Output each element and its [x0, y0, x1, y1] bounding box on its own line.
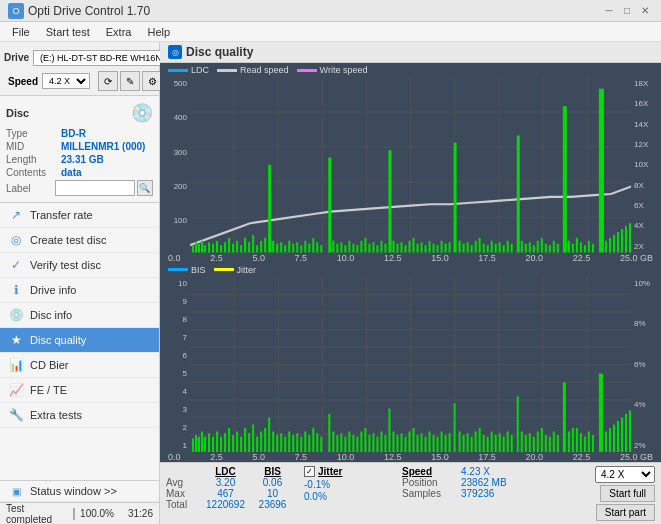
- refresh-button[interactable]: ⟳: [98, 71, 118, 91]
- sidebar-item-disc-quality[interactable]: ★ Disc quality: [0, 328, 159, 353]
- disc-label-btn[interactable]: 🔍: [137, 180, 153, 196]
- speed-select[interactable]: 4.2 X: [42, 73, 90, 89]
- total-label: Total: [166, 499, 201, 510]
- position-label: Position: [402, 477, 457, 488]
- svg-rect-34: [272, 241, 274, 253]
- close-button[interactable]: ✕: [637, 3, 653, 19]
- transfer-rate-label: Transfer rate: [30, 209, 93, 221]
- stats-main-row: LDC BIS Avg 3.20 0.06 Max 467 10 Total 1…: [166, 466, 655, 521]
- svg-rect-239: [609, 427, 611, 452]
- svg-rect-150: [236, 431, 238, 452]
- read-legend-color: [217, 69, 237, 72]
- progress-bar-container: [73, 508, 75, 520]
- jitter-check-row: ✓ Jitter: [304, 466, 394, 477]
- svg-rect-236: [592, 434, 594, 452]
- start-full-button[interactable]: Start full: [600, 485, 655, 502]
- titlebar-title: Opti Drive Control 1.70: [28, 4, 601, 18]
- menu-file[interactable]: File: [4, 24, 38, 40]
- svg-rect-73: [433, 244, 435, 253]
- menu-help[interactable]: Help: [139, 24, 178, 40]
- fe-te-icon: 📈: [8, 383, 24, 397]
- svg-rect-36: [280, 242, 282, 252]
- sidebar-item-extra-tests[interactable]: 🔧 Extra tests: [0, 403, 159, 428]
- svg-rect-78: [454, 143, 457, 253]
- top-x-axis: 0.0 2.5 5.0 7.5 10.0 12.5 15.0 17.5 20.0…: [160, 253, 661, 263]
- svg-rect-86: [487, 245, 489, 252]
- svg-rect-98: [537, 241, 539, 253]
- jitter-stats: ✓ Jitter -0.1% 0.0%: [304, 466, 394, 502]
- svg-rect-177: [348, 431, 350, 452]
- svg-rect-102: [553, 241, 555, 253]
- svg-rect-25: [236, 241, 238, 253]
- svg-rect-141: [201, 431, 203, 452]
- bis-legend-item: BIS: [168, 265, 206, 275]
- status-section: ▣ Status window >>: [0, 480, 159, 502]
- svg-rect-108: [580, 242, 582, 252]
- maximize-button[interactable]: □: [619, 3, 635, 19]
- speed-buttons-col: 4.2 X Start full Start part: [595, 466, 655, 521]
- disc-mid-value: MILLENMR1 (000): [61, 141, 145, 152]
- minimize-button[interactable]: ─: [601, 3, 617, 19]
- svg-rect-179: [356, 436, 358, 452]
- start-part-button[interactable]: Start part: [596, 504, 655, 521]
- svg-rect-31: [260, 241, 262, 253]
- svg-rect-61: [384, 244, 386, 253]
- speed-select-bottom[interactable]: 4.2 X: [595, 466, 655, 483]
- svg-rect-144: [212, 436, 214, 452]
- sidebar-item-cd-bier[interactable]: 📊 CD Bier: [0, 353, 159, 378]
- svg-rect-93: [517, 136, 520, 253]
- sidebar-item-drive-info[interactable]: ℹ Drive info: [0, 278, 159, 303]
- svg-rect-71: [425, 245, 427, 252]
- svg-rect-44: [312, 238, 314, 253]
- svg-rect-171: [320, 436, 322, 452]
- svg-rect-237: [599, 373, 603, 452]
- svg-rect-24: [232, 244, 234, 253]
- sidebar-item-disc-info[interactable]: 💿 Disc info: [0, 303, 159, 328]
- titlebar-controls: ─ □ ✕: [601, 3, 653, 19]
- svg-rect-17: [204, 245, 206, 252]
- svg-rect-145: [216, 431, 218, 452]
- svg-rect-201: [445, 434, 447, 452]
- sidebar-item-transfer-rate[interactable]: ↗ Transfer rate: [0, 203, 159, 228]
- svg-rect-190: [400, 433, 402, 452]
- menu-extra[interactable]: Extra: [98, 24, 140, 40]
- svg-rect-170: [316, 433, 318, 452]
- status-window-label: Status window >>: [30, 485, 117, 497]
- svg-rect-53: [352, 244, 354, 253]
- svg-rect-172: [328, 413, 330, 452]
- disc-length-row: Length 23.31 GB: [6, 154, 153, 165]
- sidebar-item-verify-test-disc[interactable]: ✓ Verify test disc: [0, 253, 159, 278]
- svg-rect-165: [296, 433, 298, 452]
- sidebar-item-create-test-disc[interactable]: ◎ Create test disc: [0, 228, 159, 253]
- jitter-legend-color: [214, 268, 234, 271]
- disc-quality-header-icon: ◎: [168, 45, 182, 59]
- svg-rect-26: [240, 245, 242, 252]
- svg-rect-167: [304, 431, 306, 452]
- svg-rect-244: [629, 410, 631, 452]
- svg-rect-91: [507, 241, 509, 253]
- ldc-bis-stats: LDC BIS Avg 3.20 0.06 Max 467 10 Total 1…: [166, 466, 296, 510]
- svg-rect-101: [549, 245, 551, 252]
- svg-rect-235: [588, 431, 590, 452]
- sidebar-item-fe-te[interactable]: 📈 FE / TE: [0, 378, 159, 403]
- svg-rect-207: [471, 436, 473, 452]
- svg-rect-30: [256, 245, 258, 252]
- cd-bier-icon: 📊: [8, 358, 24, 372]
- svg-rect-55: [360, 241, 362, 253]
- svg-rect-185: [380, 431, 382, 452]
- svg-rect-159: [272, 431, 274, 452]
- disc-section: Disc 💿 Type BD-R MID MILLENMR1 (000) Len…: [0, 96, 159, 203]
- svg-rect-97: [533, 245, 535, 252]
- disc-label-input[interactable]: [55, 180, 135, 196]
- top-y-axis-right: 18X 16X 14X 12X 10X 8X 6X 4X 2X: [631, 77, 661, 253]
- svg-rect-118: [625, 226, 627, 252]
- svg-rect-92: [511, 244, 513, 253]
- menu-start-test[interactable]: Start test: [38, 24, 98, 40]
- svg-rect-20: [216, 241, 218, 253]
- jitter-checkbox[interactable]: ✓: [304, 466, 315, 477]
- fe-te-label: FE / TE: [30, 384, 67, 396]
- ldc-legend-item: LDC: [168, 65, 209, 75]
- status-window-btn[interactable]: ▣ Status window >>: [0, 481, 159, 502]
- bottom-stats-panel: LDC BIS Avg 3.20 0.06 Max 467 10 Total 1…: [160, 462, 661, 524]
- write-button[interactable]: ✎: [120, 71, 140, 91]
